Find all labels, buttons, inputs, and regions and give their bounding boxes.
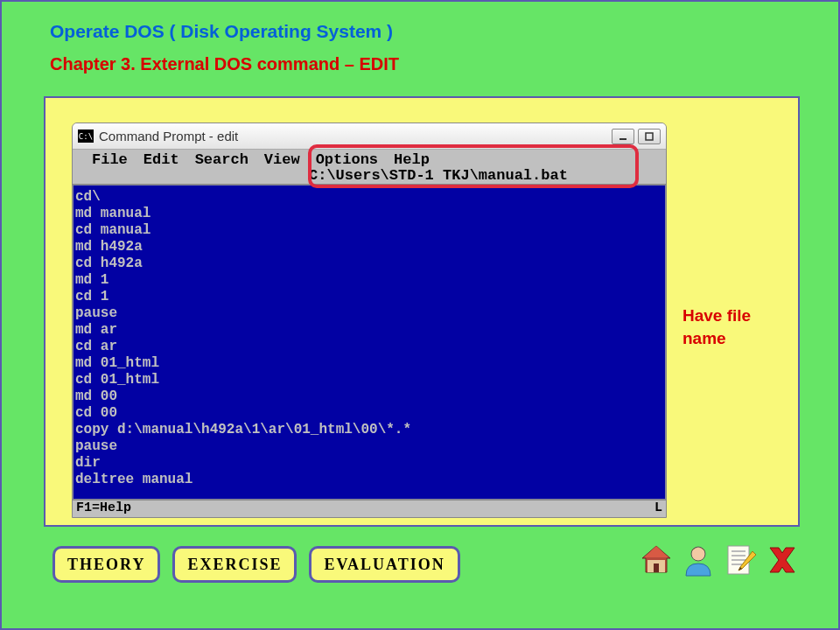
menu-search[interactable]: Search (195, 151, 248, 168)
minimize-button[interactable] (612, 129, 634, 144)
page-title: Operate DOS ( Disk Operating System ) (2, 2, 838, 42)
exercise-button[interactable]: Exercise (172, 546, 297, 583)
close-icon[interactable] (765, 542, 800, 578)
note-edit-icon[interactable] (723, 542, 758, 578)
menu-edit[interactable]: Edit (144, 151, 179, 168)
editor-status-bar: F1=Help L (73, 500, 666, 517)
maximize-button[interactable] (638, 129, 661, 144)
content-panel: C:\ Command Prompt - edit File Edit Sear… (44, 96, 800, 527)
annotation-label: Have file name (682, 304, 788, 350)
menu-options[interactable]: Options (316, 151, 378, 168)
theory-button[interactable]: Theory (52, 546, 160, 583)
svg-rect-4 (654, 564, 659, 572)
home-icon[interactable] (639, 542, 674, 578)
evaluation-button[interactable]: Evaluation (309, 546, 459, 583)
menu-file[interactable]: File (92, 151, 128, 168)
menu-help[interactable]: Help (394, 151, 430, 168)
cmd-icon: C:\ (78, 130, 94, 143)
editor-content[interactable]: cd\ md manual cd manual md h492a cd h492… (73, 185, 666, 500)
editor-menu-bar: File Edit Search View Options Help C:\Us… (73, 150, 666, 185)
svg-marker-5 (644, 546, 668, 557)
user-icon[interactable] (681, 542, 716, 578)
menu-view[interactable]: View (264, 151, 300, 168)
command-prompt-window: C:\ Command Prompt - edit File Edit Sear… (72, 122, 667, 518)
title-bar: C:\ Command Prompt - edit (73, 123, 666, 150)
toolbar-icons (639, 542, 800, 578)
window-title-text: Command Prompt - edit (99, 129, 612, 144)
status-right: L (654, 500, 666, 517)
status-help-hint: F1=Help (76, 500, 131, 517)
file-path: C:\Users\STD-1 TKJ\manual.bat (309, 167, 568, 184)
svg-rect-1 (646, 133, 653, 140)
chapter-title: Chapter 3. External DOS command – EDIT (2, 42, 838, 74)
